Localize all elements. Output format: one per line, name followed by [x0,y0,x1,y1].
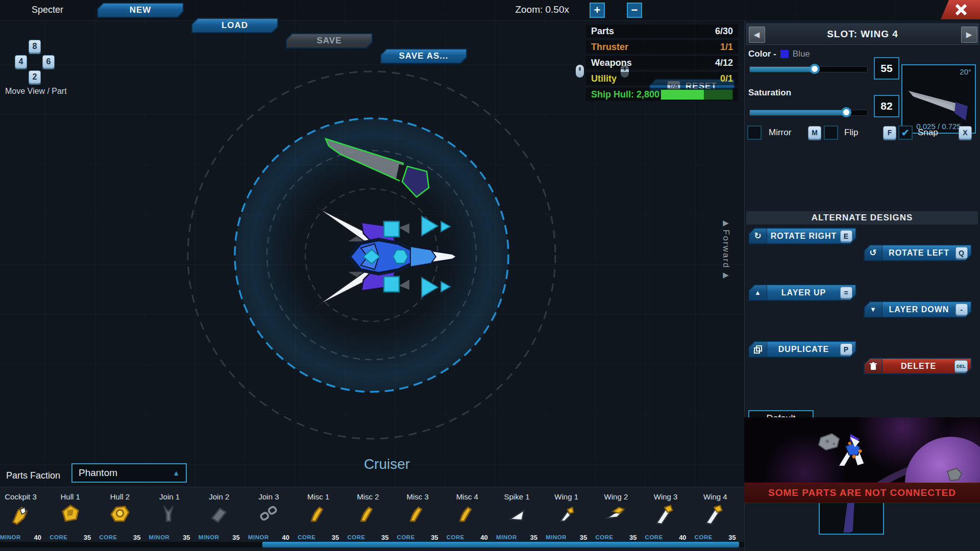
part-tile-misc-4[interactable]: Misc 4 CORE 40 [443,487,492,543]
color-name: Blue [793,49,810,59]
part-tile-misc-2[interactable]: Misc 2 CORE 35 [343,487,393,543]
part-tile-hull-1[interactable]: Hull 1 CORE 35 [45,487,95,543]
mirror-checkbox[interactable]: ✔ [747,126,762,140]
part-type-badge: MINOR [0,534,21,540]
part-name: Misc 1 [293,492,343,501]
part-name: Spike 1 [492,492,542,501]
part-tile-spike-1[interactable]: Spike 1 MINOR 35 [492,487,542,543]
part-cost: 40 [34,534,41,541]
zoom-in-button[interactable]: + [590,3,605,18]
part-name: Wing 1 [542,492,591,501]
prev-slot-button[interactable]: ◀ [749,27,765,43]
screenshot-preview: SCREENSHOT [744,417,980,483]
part-tile-join-3[interactable]: Join 3 MINOR 40 [244,487,293,543]
numpad-4-keycap: 4 [15,55,27,68]
save-as-button[interactable]: SAVE AS... [380,48,467,64]
part-tile-join-2[interactable]: Join 2 MINOR 35 [194,487,244,543]
mirror-label: Mirror [769,128,791,138]
part-tile-wing-2[interactable]: Wing 2 CORE 35 [591,487,641,543]
duplicate-icon [749,342,767,357]
rotate-right-button[interactable]: ↻ROTATE RIGHTE [748,228,856,244]
part-name: Hull 2 [95,492,144,501]
hull-label: Ship Hull: 2,800 [591,89,659,100]
part-icon [604,503,628,526]
rotate-cw-icon: ↻ [749,229,767,243]
saturation-slider-thumb[interactable] [841,107,851,117]
part-icon [356,503,380,526]
part-tile-hull-2[interactable]: Hull 2 CORE 35 [95,487,144,543]
forward-arrow-icon: ▶ [723,270,729,280]
ship-design[interactable] [312,193,465,320]
next-slot-button[interactable]: ▶ [961,27,977,43]
close-button[interactable] [941,0,980,19]
part-icon [505,503,529,526]
part-name: Join 1 [145,492,194,501]
part-type-badge: MINOR [546,534,567,540]
flip-checkbox[interactable]: ✔ [824,126,838,140]
part-tile-cockpit-3[interactable]: Cockpit 3 MINOR 40 [0,487,45,543]
space-scene [744,417,980,483]
checkmark-icon: ✔ [901,128,910,138]
close-icon [954,3,967,16]
down-triangle-icon: ▼ [865,302,883,317]
part-name: Hull 1 [45,492,95,501]
up-triangle-icon: ▲ [749,285,767,300]
part-cost: 35 [381,534,388,541]
part-type-badge: MINOR [496,534,517,540]
zoom-out-button[interactable]: − [627,3,642,18]
part-name: Cockpit 3 [0,492,45,501]
part-name: Wing 3 [641,492,691,501]
part-icon [257,503,281,526]
hue-slider[interactable] [749,66,868,72]
snap-checkbox[interactable]: ✔ [898,126,913,140]
part-icon [307,503,330,526]
right-arrow-icon: ▶ [966,30,973,39]
load-button[interactable]: LOAD [191,18,278,33]
part-cost: 35 [580,534,587,541]
part-tile-wing-3[interactable]: Wing 3 CORE 40 [641,487,691,543]
rotate-left-button[interactable]: ↺ROTATE LEFTQ [864,244,972,261]
part-cost: 35 [332,534,339,541]
flip-label: Flip [844,128,858,138]
keycap: Q [955,247,968,259]
part-cost: 40 [679,534,686,541]
selected-wing-part[interactable] [322,134,434,208]
parts-scrollbar-thumb[interactable] [262,542,739,547]
forward-label: Forward [721,230,731,268]
hue-value-box[interactable]: 55 [874,57,899,80]
forward-indicator: ▶ Forward ▶ [721,218,731,295]
ship-name: Specter [32,5,63,15]
part-icon [158,503,181,526]
part-tile-wing-4[interactable]: Wing 4 CORE 35 [691,487,740,543]
wing-part-preview-image [906,81,972,122]
part-tile-misc-3[interactable]: Misc 3 CORE 35 [393,487,443,543]
part-cost: 35 [530,534,537,541]
numpad-8-keycap: 8 [29,40,41,53]
slot-header: ◀ SLOT: WING 4 ▶ [746,23,979,45]
save-button[interactable]: SAVE [286,33,373,48]
parts-scrollbar-track[interactable] [0,542,744,547]
part-cost: 35 [431,534,438,541]
saturation-label: Saturation [748,88,791,98]
new-button[interactable]: NEW [97,3,184,18]
part-tile-join-1[interactable]: Join 1 MINOR 35 [145,487,194,543]
part-icon [703,503,727,526]
hue-slider-thumb[interactable] [810,64,820,74]
layer-down-button[interactable]: ▼LAYER DOWN- [864,301,972,318]
part-type-badge: MINOR [149,534,170,540]
layer-up-button[interactable]: ▲LAYER UP= [748,284,856,301]
part-tile-misc-1[interactable]: Misc 1 CORE 35 [293,487,343,543]
saturation-slider[interactable] [749,110,868,116]
part-tile-wing-1[interactable]: Wing 1 MINOR 35 [542,487,591,543]
saturation-value-box[interactable]: 82 [874,95,899,117]
part-icon [555,503,578,526]
parts-faction-dropdown[interactable]: Phantom ▲ [71,463,187,483]
left-arrow-icon: ◀ [754,30,761,39]
part-cost: 35 [629,534,636,541]
duplicate-button[interactable]: DUPLICATEP [748,341,856,358]
stat-row-parts: Parts6/30 [586,24,738,38]
part-icon [455,503,479,526]
color-label-row: Color - Blue [748,49,810,59]
part-type-badge: CORE [50,534,67,540]
delete-button[interactable]: DELETEDEL [864,358,972,374]
